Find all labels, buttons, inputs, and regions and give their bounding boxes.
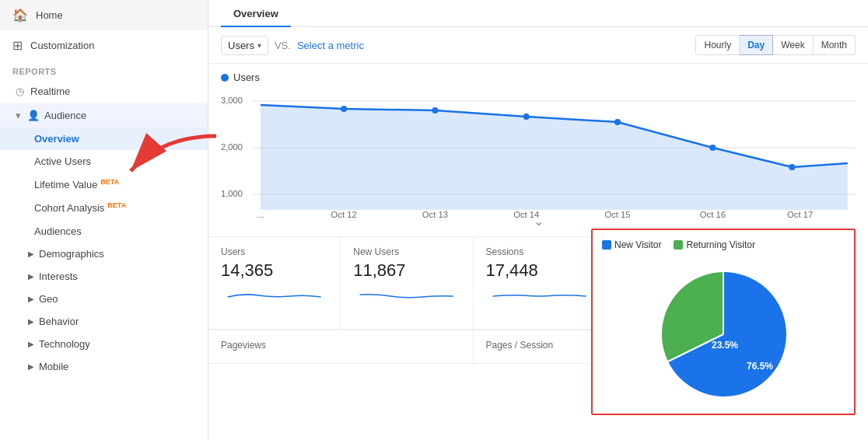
tab-bar: Overview bbox=[208, 0, 868, 27]
metric-card-users: Users 14,365 bbox=[208, 237, 341, 330]
svg-text:1,000: 1,000 bbox=[221, 189, 243, 198]
sidebar-item-customization[interactable]: ⊞ Customization bbox=[0, 30, 208, 61]
returning-visitor-label: Returning Visitor bbox=[686, 239, 755, 250]
realtime-icon: ◷ bbox=[16, 86, 24, 97]
svg-text:Oct 14: Oct 14 bbox=[513, 210, 539, 219]
lifetime-value-label: Lifetime Value bbox=[34, 179, 97, 190]
sidebar-sub-interests[interactable]: ▶ Interests bbox=[0, 265, 208, 288]
reports-section-label: REPORTS bbox=[0, 61, 208, 79]
sidebar-sub-technology[interactable]: ▶ Technology bbox=[0, 333, 208, 355]
time-btn-hourly[interactable]: Hourly bbox=[695, 35, 740, 55]
vs-label: VS. bbox=[275, 40, 291, 51]
metric-dropdown[interactable]: Users ▾ bbox=[221, 36, 268, 55]
svg-text:2,000: 2,000 bbox=[221, 142, 243, 152]
returning-visitor-color bbox=[674, 240, 683, 250]
metric-card-new-users: New Users 11,867 bbox=[341, 237, 473, 330]
svg-point-12 bbox=[789, 164, 795, 170]
svg-text:Oct 17: Oct 17 bbox=[787, 210, 813, 219]
metric-dropdown-label: Users bbox=[228, 40, 254, 51]
time-btn-week[interactable]: Week bbox=[773, 35, 813, 55]
sidebar-sub-geo[interactable]: ▶ Geo bbox=[0, 288, 208, 310]
svg-text:Oct 16: Oct 16 bbox=[700, 210, 726, 219]
metric-new-users-sparkline bbox=[353, 285, 460, 309]
new-visitor-color bbox=[602, 240, 611, 250]
sidebar-sub-active-users[interactable]: Active Users bbox=[0, 150, 208, 173]
metric-users-sparkline bbox=[221, 285, 327, 309]
metric-new-users-label: New Users bbox=[353, 246, 460, 257]
sidebar-item-customization-label: Customization bbox=[30, 40, 94, 51]
sidebar-item-home-label: Home bbox=[36, 9, 63, 21]
svg-point-11 bbox=[709, 145, 716, 151]
chart-legend-label: Users bbox=[233, 72, 260, 83]
time-buttons: Hourly Day Week Month bbox=[695, 35, 856, 55]
metric-sessions-sparkline bbox=[486, 285, 593, 309]
pie-chart-container: 23.5% 76.5% bbox=[602, 257, 845, 400]
metric-users-label: Users bbox=[221, 246, 327, 257]
demographics-expand-icon: ▶ bbox=[28, 250, 34, 258]
sidebar-sub-geo-label: Geo bbox=[39, 293, 58, 305]
svg-point-9 bbox=[523, 113, 530, 120]
sidebar-sub-lifetime-value[interactable]: Lifetime ValueBETA bbox=[0, 173, 208, 196]
customization-icon: ⊞ bbox=[12, 38, 23, 53]
sidebar-sub-demographics[interactable]: ▶ Demographics bbox=[0, 243, 208, 265]
toolbar: Users ▾ VS. Select a metric Hourly Day W… bbox=[208, 27, 868, 64]
cohort-analysis-label: Cohort Analysis bbox=[34, 203, 104, 215]
sidebar-sub-technology-label: Technology bbox=[39, 338, 90, 350]
sidebar-item-audience[interactable]: ▾ 👤 Audience bbox=[0, 103, 208, 127]
home-icon: 🏠 bbox=[12, 8, 28, 23]
svg-point-10 bbox=[614, 119, 621, 125]
tab-overview[interactable]: Overview bbox=[221, 0, 291, 27]
geo-expand-icon: ▶ bbox=[28, 295, 34, 303]
sidebar-item-realtime[interactable]: ◷ Realtime bbox=[0, 79, 208, 103]
svg-text:76.5%: 76.5% bbox=[747, 361, 773, 372]
audience-user-icon: 👤 bbox=[27, 110, 40, 121]
sidebar-sub-cohort-analysis[interactable]: Cohort AnalysisBETA bbox=[0, 196, 208, 219]
svg-point-7 bbox=[341, 106, 347, 112]
behavior-expand-icon: ▶ bbox=[28, 317, 34, 326]
toolbar-left: Users ▾ VS. Select a metric bbox=[221, 36, 364, 55]
interests-expand-icon: ▶ bbox=[28, 272, 34, 281]
dropdown-arrow-icon: ▾ bbox=[257, 41, 261, 50]
metric-card-pageviews: Pageviews bbox=[208, 330, 474, 364]
svg-text:3,000: 3,000 bbox=[221, 96, 243, 105]
time-btn-day[interactable]: Day bbox=[740, 35, 773, 55]
metrics-section: Users 14,365 New Users 11,867 bbox=[208, 236, 868, 330]
sidebar-sub-overview[interactable]: Overview bbox=[0, 127, 208, 150]
svg-text:Oct 15: Oct 15 bbox=[604, 210, 630, 219]
sidebar-item-realtime-label: Realtime bbox=[30, 86, 70, 97]
line-chart: 3,000 2,000 1,000 ... Oc bbox=[221, 89, 856, 222]
technology-expand-icon: ▶ bbox=[28, 340, 34, 348]
chart-legend: Users bbox=[221, 72, 856, 83]
select-metric-link[interactable]: Select a metric bbox=[297, 40, 364, 51]
metric-sessions-label: Sessions bbox=[486, 246, 593, 257]
metric-sessions-value: 17,448 bbox=[486, 260, 593, 281]
chart-area: Users 3,000 2,000 1,000 bbox=[208, 64, 868, 236]
sidebar-sub-audiences[interactable]: Audiences bbox=[0, 220, 208, 243]
cohort-analysis-beta: BETA bbox=[107, 201, 126, 209]
metric-new-users-value: 11,867 bbox=[353, 260, 460, 281]
pie-legend-new-visitor: New Visitor bbox=[602, 239, 661, 250]
pie-legend: New Visitor Returning Visitor bbox=[602, 239, 845, 250]
pie-legend-returning-visitor: Returning Visitor bbox=[674, 239, 755, 250]
lifetime-value-beta: BETA bbox=[100, 178, 119, 186]
sidebar: 🏠 Home ⊞ Customization REPORTS ◷ Realtim… bbox=[0, 0, 208, 440]
svg-text:...: ... bbox=[257, 210, 264, 219]
svg-text:Oct 13: Oct 13 bbox=[422, 210, 448, 219]
sidebar-sub-demographics-label: Demographics bbox=[39, 248, 104, 260]
sidebar-sub-mobile-label: Mobile bbox=[39, 361, 68, 372]
main-content: Overview Users ▾ VS. Select a metric Hou… bbox=[208, 0, 868, 440]
sidebar-sub-behavior-label: Behavior bbox=[39, 316, 79, 327]
sidebar-item-home[interactable]: 🏠 Home bbox=[0, 0, 208, 30]
svg-text:23.5%: 23.5% bbox=[712, 340, 738, 351]
time-btn-month[interactable]: Month bbox=[814, 35, 856, 55]
sidebar-sub-mobile[interactable]: ▶ Mobile bbox=[0, 355, 208, 378]
sidebar-sub-behavior[interactable]: ▶ Behavior bbox=[0, 310, 208, 333]
metric-card-sessions: Sessions 17,448 bbox=[474, 237, 606, 330]
sidebar-item-audience-label: Audience bbox=[44, 110, 86, 121]
metric-users-value: 14,365 bbox=[221, 260, 327, 281]
mobile-expand-icon: ▶ bbox=[28, 362, 34, 371]
new-visitor-label: New Visitor bbox=[614, 239, 661, 250]
legend-dot-users bbox=[221, 74, 229, 82]
svg-text:Oct 12: Oct 12 bbox=[331, 210, 357, 219]
metric-pageviews-label: Pageviews bbox=[221, 340, 460, 351]
